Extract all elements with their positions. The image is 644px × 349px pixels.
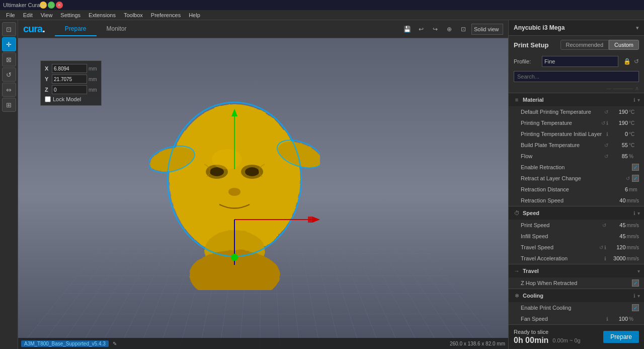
- scale-tool-button[interactable]: ⊠: [2, 52, 16, 66]
- enable-cooling-checkbox[interactable]: ✓: [632, 304, 639, 311]
- menu-help[interactable]: Help: [185, 12, 204, 18]
- setup-header: Print Setup Recommended Custom: [509, 36, 644, 54]
- section-material[interactable]: ≡ Material ℹ ▾: [509, 93, 644, 106]
- travel-speed-value: 120: [608, 244, 626, 250]
- travel-section-title: Travel: [523, 268, 635, 274]
- printer-header[interactable]: Anycubic i3 Mega ▾: [509, 20, 644, 36]
- menu-extensions[interactable]: Extensions: [85, 12, 120, 18]
- rotate-tool-button[interactable]: ↺: [2, 67, 16, 82]
- material-section-icon: ≡: [513, 96, 521, 104]
- reset-icon-2[interactable]: ↺: [601, 120, 605, 126]
- z-input[interactable]: [52, 85, 87, 94]
- close-button[interactable]: ✕: [56, 2, 63, 9]
- tab-recommended[interactable]: Recommended: [560, 40, 609, 50]
- print-speed-value: 45: [608, 222, 626, 228]
- info-icon-3[interactable]: ℹ: [606, 131, 608, 137]
- section-speed[interactable]: ⏱ Speed ℹ ▾: [509, 206, 644, 220]
- section-cooling[interactable]: ❄ Cooling ℹ ▾: [509, 289, 644, 302]
- print-temp-initial-unit: °C: [629, 131, 639, 137]
- reset-icon-3[interactable]: ↺: [604, 143, 608, 148]
- z-unit: mm: [89, 87, 97, 93]
- y-coord-row: Y mm: [45, 75, 97, 84]
- flow-value: 85: [610, 153, 628, 159]
- zoom-fit-icon[interactable]: ⊡: [457, 23, 469, 35]
- undo-icon[interactable]: ↩: [415, 23, 427, 35]
- move-tool-button[interactable]: ✛: [2, 37, 16, 51]
- open-file-button[interactable]: ⊡: [2, 22, 16, 36]
- slice-footer: Ready to slice 0h 00min 0.00m ~ 0g Prepa…: [509, 324, 644, 349]
- travel-collapse-icon[interactable]: ▾: [637, 268, 640, 274]
- reset-icon-4[interactable]: ↺: [604, 154, 608, 159]
- mirror-tool-button[interactable]: ⇔: [2, 83, 16, 97]
- enable-retraction-checkbox[interactable]: ✓: [632, 164, 639, 171]
- tab-monitor[interactable]: Monitor: [97, 22, 137, 36]
- window-controls: — □ ✕: [40, 2, 63, 9]
- minimize-button[interactable]: —: [40, 2, 47, 9]
- svg-point-10: [212, 149, 242, 169]
- build-plate-temp-icons: ↺: [604, 143, 608, 148]
- reset-icon-5[interactable]: ↺: [626, 176, 630, 181]
- menu-toolbox[interactable]: Toolbox: [120, 12, 147, 18]
- view-mode-select[interactable]: Solid view X-Ray Layer view: [471, 24, 503, 35]
- slice-button[interactable]: Prepare: [603, 331, 639, 343]
- profile-row: Profile: Fine Normal Draft 🔒 ↺: [509, 54, 644, 69]
- edit-file-icon[interactable]: ✎: [113, 341, 117, 346]
- setting-print-temp: Printing Temperature ↺ ℹ 190 °C: [509, 117, 644, 128]
- menu-settings[interactable]: Settings: [56, 12, 85, 18]
- speed-info-icon[interactable]: ℹ: [633, 211, 635, 216]
- reset-icon-6[interactable]: ↺: [602, 223, 606, 228]
- y-input[interactable]: [52, 75, 87, 84]
- info-icon-6[interactable]: ℹ: [606, 316, 608, 322]
- viewport-canvas[interactable]: X mm Y mm Z mm Lock Model: [18, 38, 508, 349]
- redo-icon[interactable]: ↪: [429, 23, 441, 35]
- menu-view[interactable]: View: [37, 12, 57, 18]
- cooling-collapse-icon[interactable]: ▾: [637, 293, 640, 299]
- print-time: 0h 00min: [514, 336, 548, 345]
- profile-lock-icon[interactable]: 🔒: [623, 58, 631, 65]
- info-icon-2[interactable]: ℹ: [606, 120, 608, 126]
- setting-travel-speed: Travel Speed ↺ ℹ 120 mm/s: [509, 242, 644, 253]
- retract-layer-checkbox[interactable]: ✓: [632, 175, 639, 182]
- material-collapse-icon[interactable]: ▾: [637, 97, 640, 103]
- material-info-icon[interactable]: ℹ: [633, 97, 635, 103]
- zhop-checkbox[interactable]: ✓: [632, 280, 639, 287]
- save-to-file-icon[interactable]: 💾: [401, 23, 413, 35]
- setting-travel-accel: Travel Acceleration ℹ 3000 mm/s: [509, 253, 644, 264]
- search-input[interactable]: [514, 71, 639, 82]
- menu-preferences[interactable]: Preferences: [147, 12, 185, 18]
- search-row: [509, 69, 644, 84]
- setting-default-print-temp: Default Printing Temperature ↺ 190 °C: [509, 106, 644, 117]
- file-name-badge[interactable]: A3M_T800_Base_Supported_v5.4.3: [21, 340, 109, 347]
- info-icon-5[interactable]: ℹ: [604, 256, 606, 261]
- lock-model-checkbox[interactable]: [45, 96, 51, 102]
- viewport[interactable]: cura. Prepare Monitor 💾 ↩ ↪ ⊕ ⊡ Solid vi…: [18, 20, 508, 349]
- section-travel[interactable]: → Travel ▾: [509, 264, 644, 277]
- setting-build-plate-temp: Build Plate Temperature ↺ 55 °C: [509, 139, 644, 151]
- setting-zhop: Z Hop When Retracted ✓: [509, 277, 644, 289]
- z-coord-row: Z mm: [45, 85, 97, 94]
- profile-select[interactable]: Fine Normal Draft: [542, 56, 618, 67]
- hidden-section-placeholder: — ———— ∧: [509, 84, 644, 93]
- cooling-info-icon[interactable]: ℹ: [633, 293, 635, 299]
- tab-prepare[interactable]: Prepare: [55, 22, 97, 36]
- info-icon-4[interactable]: ℹ: [604, 245, 606, 250]
- per-model-button[interactable]: ⊞: [2, 98, 16, 112]
- menu-file[interactable]: File: [2, 12, 19, 18]
- print-temp-label: Printing Temperature: [521, 120, 601, 126]
- setting-retraction-speed: Retraction Speed 40 mm/s: [509, 195, 644, 206]
- center-icon[interactable]: ⊕: [443, 23, 455, 35]
- menu-edit[interactable]: Edit: [19, 12, 37, 18]
- yoda-model: [149, 79, 320, 290]
- setup-title: Print Setup: [514, 41, 548, 49]
- printer-dropdown-icon[interactable]: ▾: [636, 25, 639, 31]
- tab-custom[interactable]: Custom: [609, 40, 639, 50]
- material-section-title: Material: [523, 97, 631, 103]
- maximize-button[interactable]: □: [48, 2, 55, 9]
- x-input[interactable]: [52, 64, 87, 73]
- reset-icon[interactable]: ↺: [604, 109, 608, 115]
- speed-collapse-icon[interactable]: ▾: [637, 211, 640, 216]
- print-temp-initial-icons: ℹ: [606, 131, 608, 137]
- collapse-top-icon[interactable]: ∧: [635, 85, 639, 92]
- profile-reset-icon[interactable]: ↺: [634, 58, 639, 65]
- reset-icon-7[interactable]: ↺: [599, 245, 603, 250]
